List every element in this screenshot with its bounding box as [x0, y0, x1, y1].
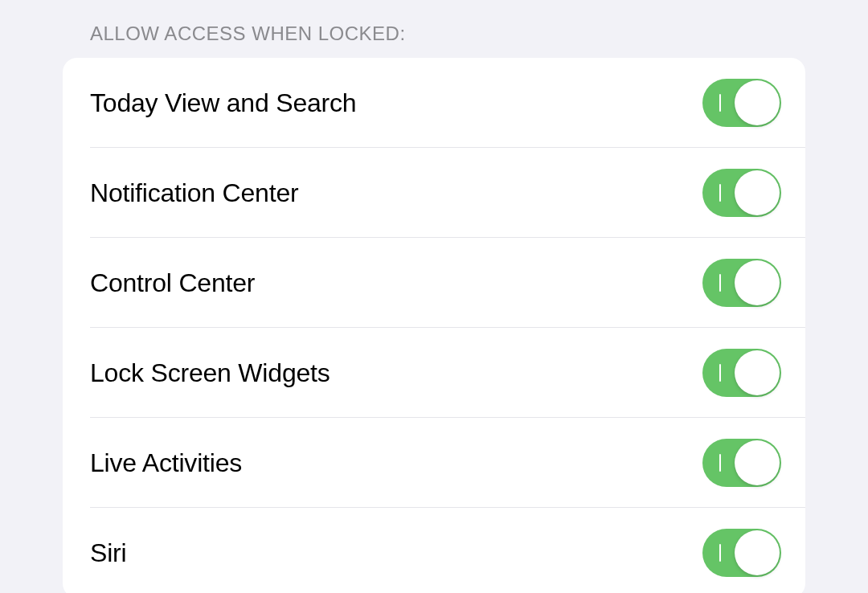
toggle-knob	[735, 80, 780, 125]
toggle-knob	[735, 530, 780, 575]
toggle-lock-screen-widgets[interactable]	[702, 349, 781, 397]
setting-row-lock-screen-widgets: Lock Screen Widgets	[63, 328, 805, 418]
toggle-on-indicator-icon	[719, 94, 721, 112]
toggle-on-indicator-icon	[719, 364, 721, 382]
toggle-on-indicator-icon	[719, 454, 721, 472]
settings-group-allow-access: Today View and Search Notification Cente…	[63, 58, 805, 593]
toggle-on-indicator-icon	[719, 274, 721, 292]
toggle-on-indicator-icon	[719, 544, 721, 562]
setting-label: Notification Center	[90, 178, 298, 208]
toggle-today-view[interactable]	[702, 79, 781, 127]
toggle-live-activities[interactable]	[702, 439, 781, 487]
toggle-knob	[735, 170, 780, 215]
toggle-control-center[interactable]	[702, 259, 781, 307]
setting-label: Live Activities	[90, 448, 242, 478]
toggle-notification-center[interactable]	[702, 169, 781, 217]
setting-row-control-center: Control Center	[63, 238, 805, 328]
section-header-allow-access: ALLOW ACCESS WHEN LOCKED:	[0, 0, 868, 58]
setting-label: Siri	[90, 538, 126, 568]
setting-row-siri: Siri	[63, 508, 805, 593]
toggle-knob	[735, 440, 780, 485]
toggle-knob	[735, 350, 780, 395]
toggle-knob	[735, 260, 780, 305]
setting-row-today-view: Today View and Search	[63, 58, 805, 148]
setting-label: Control Center	[90, 268, 255, 298]
toggle-siri[interactable]	[702, 529, 781, 577]
toggle-on-indicator-icon	[719, 184, 721, 202]
setting-row-notification-center: Notification Center	[63, 148, 805, 238]
setting-row-live-activities: Live Activities	[63, 418, 805, 508]
setting-label: Lock Screen Widgets	[90, 358, 330, 388]
setting-label: Today View and Search	[90, 88, 356, 118]
